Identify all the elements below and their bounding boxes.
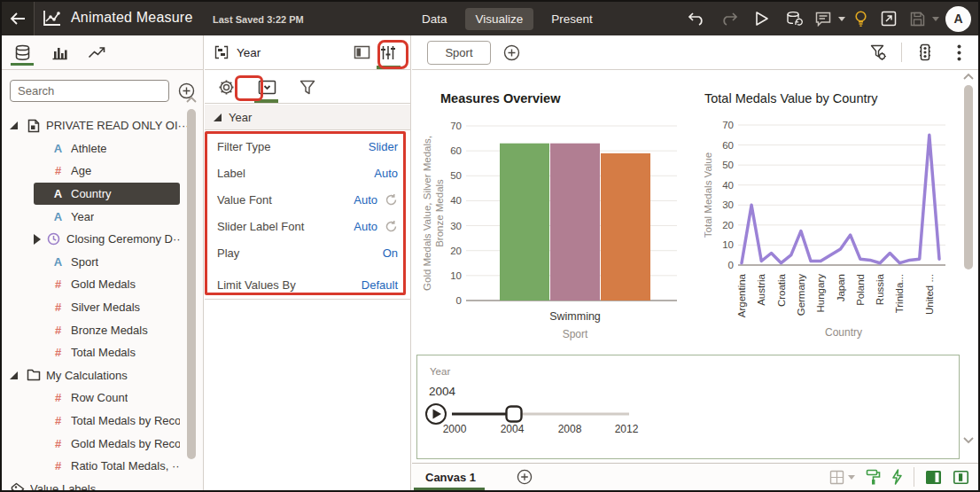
property-value[interactable]: Default [362, 278, 398, 292]
data-elements-tab-database-icon[interactable] [11, 37, 34, 67]
slider-play-button[interactable] [426, 404, 446, 424]
undo-icon[interactable] [683, 5, 710, 32]
slider-tick-2000: 2000 [443, 423, 467, 435]
canvas-scroll-down-icon[interactable] [962, 436, 975, 444]
search-input[interactable] [10, 80, 169, 102]
property-row-filter-type[interactable]: Filter TypeSlider [205, 133, 410, 160]
canvas-scroll-thumb[interactable] [964, 85, 973, 269]
slider-handle[interactable] [507, 407, 522, 422]
text-attribute-icon: A [51, 142, 66, 155]
tree-item-row-count[interactable]: #Row Count [34, 387, 180, 410]
measure-icon: # [51, 164, 66, 177]
properties-divider [205, 299, 410, 300]
bar-gold-medals-value[interactable] [500, 144, 549, 301]
tree-item-year[interactable]: AYear [34, 205, 180, 228]
reset-refresh-icon[interactable] [385, 193, 398, 207]
conditional-formatting-icon[interactable] [914, 42, 936, 63]
tree-item-closing-ceremony-d[interactable]: Closing Ceremony D··· [34, 228, 180, 251]
properties-panel-icon[interactable] [375, 37, 401, 67]
property-row-play[interactable]: PlayOn [205, 239, 410, 266]
auto-insights-bolt-icon[interactable] [891, 469, 903, 485]
property-row-slider-label-font[interactable]: Slider Label FontAuto [205, 213, 410, 239]
svg-text:0: 0 [728, 260, 734, 270]
comments-caret-icon[interactable] [838, 17, 845, 21]
tree-item-label: Value Labels [30, 482, 96, 490]
filter-funnel-icon[interactable] [297, 74, 318, 100]
tab-data[interactable]: Data [411, 8, 458, 30]
tree-item-total-medals-by-record[interactable]: #Total Medals by Record [34, 410, 180, 433]
user-avatar[interactable]: A [945, 6, 971, 32]
add-filter-icon[interactable] [503, 44, 520, 61]
scroll-up-icon[interactable] [185, 96, 198, 104]
property-value[interactable]: Auto [354, 220, 377, 233]
tree-item-gold-medals[interactable]: #Gold Medals [34, 273, 180, 296]
canvas-menu-kebab-icon[interactable] [948, 42, 969, 63]
visualizations-tab-barchart-icon[interactable] [48, 37, 71, 67]
back-button[interactable] [2, 2, 35, 35]
sidebar-scroll-thumb[interactable] [187, 109, 196, 459]
tree-item-country[interactable]: ACountry [34, 183, 180, 206]
toggle-right-panel-icon[interactable] [953, 470, 969, 485]
property-row-value-font[interactable]: Value FontAuto [205, 186, 410, 213]
tree-item-silver-medals[interactable]: #Silver Medals [34, 296, 180, 319]
property-value[interactable]: Slider [369, 140, 398, 153]
tree-item-my-calculations[interactable]: My Calculations [2, 364, 203, 387]
canvas-scrollbar [961, 73, 976, 455]
reset-refresh-icon[interactable] [385, 220, 398, 233]
line-series-total-medals-value[interactable] [742, 135, 939, 262]
expander-open-icon[interactable] [10, 371, 18, 379]
bar-bronze-medals[interactable] [601, 153, 650, 301]
preview-play-icon[interactable] [749, 5, 775, 32]
style-paint-roller-icon[interactable] [866, 469, 881, 485]
tree-item-value-labels[interactable]: Value Labels [2, 478, 203, 491]
svg-text:30: 30 [722, 199, 734, 210]
bar-silver-medals[interactable] [550, 144, 600, 301]
canvas-grid-icon [829, 470, 844, 485]
limit-values-funnel-icon[interactable] [867, 42, 889, 63]
canvas-scroll-up-icon[interactable] [962, 73, 975, 81]
property-value[interactable]: On [383, 246, 398, 260]
export-open-icon[interactable] [875, 5, 902, 32]
tab-present[interactable]: Present [541, 8, 603, 30]
property-row-label[interactable]: LabelAuto [205, 160, 410, 186]
tree-item-gold-medals-by-record[interactable]: #Gold Medals by Record [34, 432, 180, 455]
tab-visualize[interactable]: Visualize [465, 8, 534, 30]
filter-panel-header: Year [205, 35, 410, 70]
filter-chip-sport[interactable]: Sport [427, 41, 491, 65]
total-medals-line-chart[interactable]: 010203040506070Total Medals ValueArgenti… [704, 82, 975, 348]
measures-overview-bar-chart[interactable]: 010203040506070Gold Medals Value, Silver… [415, 82, 698, 348]
grammar-panel-icon[interactable] [348, 37, 375, 67]
canvas-layout-control[interactable] [829, 470, 855, 485]
tree-item-label: Closing Ceremony D··· [66, 232, 180, 246]
save-caret-icon[interactable] [932, 17, 939, 21]
top-header-bar: Animated Measure Last Saved 3:22 PM Data… [2, 2, 978, 35]
tree-item-athlete[interactable]: AAthlete [34, 137, 180, 160]
tree-item-sport[interactable]: ASport [34, 251, 180, 274]
slider-filter-label: Year [430, 366, 450, 377]
toggle-left-panel-icon[interactable] [925, 470, 942, 485]
comments-icon[interactable] [814, 5, 832, 32]
refresh-data-icon[interactable] [782, 5, 808, 32]
tree-item-ratio-total-medals[interactable]: #Ratio Total Medals, ··· [34, 455, 180, 478]
expander-closed-icon[interactable] [34, 234, 41, 245]
redo-icon[interactable] [716, 5, 743, 32]
property-value[interactable]: Auto [354, 193, 377, 207]
tree-item-private-read-only-oi[interactable]: PRIVATE READ ONLY OI··· [2, 114, 203, 137]
tree-item-total-medals[interactable]: #Total Medals [34, 341, 180, 364]
general-settings-gear-icon[interactable] [215, 74, 237, 100]
filterbar-divider [901, 43, 902, 62]
property-row-limit-values-by[interactable]: Limit Values ByDefault [205, 271, 410, 298]
tree-item-bronze-medals[interactable]: #Bronze Medals [34, 318, 180, 341]
tree-item-label: Country [71, 187, 112, 200]
expander-open-icon[interactable] [10, 121, 18, 129]
insights-bulb-icon[interactable] [852, 5, 869, 32]
save-icon[interactable] [908, 5, 926, 32]
property-value[interactable]: Auto [374, 167, 398, 180]
filter-control-type-icon[interactable] [256, 74, 277, 100]
filter-section-header[interactable]: Year [205, 105, 410, 130]
svg-text:Bronze Medals: Bronze Medals [434, 179, 445, 247]
tree-item-age[interactable]: #Age [34, 160, 180, 183]
canvas-tab-1[interactable]: Canvas 1 [412, 464, 492, 491]
analytics-tab-trend-icon[interactable] [85, 37, 108, 67]
add-canvas-icon[interactable] [517, 469, 533, 485]
